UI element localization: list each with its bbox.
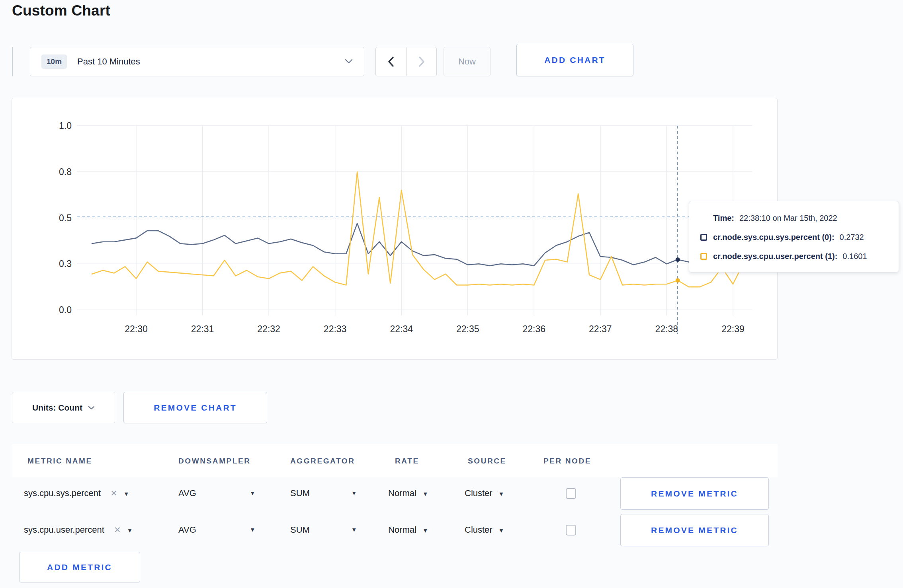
clear-metric-x-icon[interactable]: ✕ (114, 525, 121, 534)
per-node-checkbox[interactable] (566, 488, 576, 499)
hover-dot-0 (676, 257, 680, 262)
caret-down-icon: ▾ (500, 490, 503, 498)
col-header-source: SOURCE (468, 444, 506, 477)
timescale-divider (12, 47, 13, 76)
chevron-right-icon (418, 56, 425, 67)
rate-value: Normal (388, 525, 416, 535)
tooltip-time-row: Time: 22:38:10 on Mar 15th, 2022 (700, 211, 888, 225)
page-title: Custom Chart (12, 2, 110, 19)
chart-tooltip: Time: 22:38:10 on Mar 15th, 2022 cr.node… (689, 201, 899, 273)
chevron-down-icon (88, 406, 95, 410)
timescale-badge: 10m (41, 55, 67, 69)
y-axis-tick-label: 0.0 (59, 305, 72, 315)
x-axis-tick-label: 22:38 (655, 324, 678, 334)
caret-down-icon[interactable]: ▾ (352, 477, 356, 509)
x-axis-tick-label: 22:37 (589, 324, 612, 334)
x-axis-tick-label: 22:32 (257, 324, 280, 334)
hover-dot-1 (676, 278, 680, 282)
remove-metric-button[interactable]: REMOVE METRIC (620, 477, 769, 510)
source-value: Cluster (465, 488, 493, 498)
table-row: sys.cpu.sys.percent ✕ ▾ AVG ▾ SUM ▾ Norm… (12, 477, 778, 509)
source-select[interactable]: Cluster ▾ (465, 514, 503, 546)
rate-select[interactable]: Normal ▾ (388, 477, 427, 509)
table-row: sys.cpu.user.percent ✕ ▾ AVG ▾ SUM ▾ Nor… (12, 514, 778, 546)
y-axis-tick-label: 0.8 (59, 167, 72, 177)
x-axis-tick-label: 22:30 (125, 324, 148, 334)
metrics-table-header: METRIC NAME DOWNSAMPLER AGGREGATOR RATE … (12, 444, 778, 477)
tooltip-series-label: cr.node.sys.cpu.user.percent (1): (713, 252, 837, 261)
x-axis-tick-label: 22:31 (191, 324, 214, 334)
series-line-0 (92, 223, 744, 266)
next-range-button[interactable] (406, 47, 437, 76)
tooltip-time-value: 22:38:10 on Mar 15th, 2022 (739, 214, 837, 223)
source-value: Cluster (465, 525, 493, 535)
downsampler-select[interactable]: AVG (178, 514, 196, 546)
chart-card: 1.00.80.50.30.022:3022:3122:3222:3322:34… (12, 98, 778, 360)
source-select[interactable]: Cluster ▾ (465, 477, 503, 509)
units-dropdown[interactable]: Units: Count (12, 392, 115, 423)
y-axis-tick-label: 0.3 (59, 259, 72, 269)
now-button[interactable]: Now (444, 47, 491, 76)
tooltip-series-row: cr.node.sys.cpu.user.percent (1): 0.1601 (700, 249, 888, 263)
caret-down-icon[interactable]: ▾ (251, 514, 254, 546)
units-label: Units: Count (32, 403, 82, 413)
timescale-dropdown[interactable]: 10m Past 10 Minutes (30, 47, 364, 76)
x-axis-tick-label: 22:35 (456, 324, 479, 334)
metric-name-select[interactable]: sys.cpu.sys.percent ✕ ▾ (24, 477, 128, 509)
per-node-checkbox[interactable] (566, 525, 576, 535)
prev-range-button[interactable] (375, 47, 406, 76)
metric-name-value: sys.cpu.user.percent (24, 525, 104, 535)
tooltip-series-value: 0.2732 (840, 233, 864, 242)
col-header-rate: RATE (395, 444, 419, 477)
col-header-per-node: PER NODE (543, 444, 591, 477)
chevron-down-icon (345, 58, 353, 65)
aggregator-select[interactable]: SUM (290, 477, 310, 509)
series-line-1 (92, 172, 744, 287)
x-axis-tick-label: 22:39 (721, 324, 745, 334)
col-header-aggregator: AGGREGATOR (290, 444, 355, 477)
y-axis-tick-label: 0.5 (59, 213, 72, 223)
caret-down-icon[interactable]: ▾ (125, 490, 128, 498)
aggregator-select[interactable]: SUM (290, 514, 310, 546)
tooltip-time-label: Time: (713, 214, 734, 223)
downsampler-select[interactable]: AVG (178, 477, 196, 509)
x-axis-tick-label: 22:34 (390, 324, 413, 334)
tooltip-series-label: cr.node.sys.cpu.sys.percent (0): (713, 233, 835, 242)
col-header-metric-name: METRIC NAME (27, 444, 92, 477)
rate-value: Normal (388, 488, 416, 498)
x-axis-tick-label: 22:36 (523, 324, 546, 334)
series-swatch-icon (700, 234, 707, 241)
timescale-label: Past 10 Minutes (77, 56, 140, 67)
rate-select[interactable]: Normal ▾ (388, 514, 427, 546)
series-swatch-icon (700, 253, 707, 260)
y-axis-tick-label: 1.0 (59, 121, 72, 131)
remove-metric-button[interactable]: REMOVE METRIC (620, 514, 769, 546)
caret-down-icon: ▾ (424, 527, 427, 534)
metric-name-value: sys.cpu.sys.percent (24, 488, 101, 498)
chevron-left-icon (388, 56, 394, 67)
tooltip-series-row: cr.node.sys.cpu.sys.percent (0): 0.2732 (700, 230, 888, 244)
remove-chart-button[interactable]: REMOVE CHART (123, 392, 267, 423)
caret-down-icon: ▾ (500, 527, 503, 534)
clear-metric-x-icon[interactable]: ✕ (110, 489, 117, 498)
add-chart-button[interactable]: ADD CHART (516, 44, 633, 76)
metric-name-select[interactable]: sys.cpu.user.percent ✕ ▾ (24, 514, 131, 546)
x-axis-tick-label: 22:33 (324, 324, 347, 334)
add-metric-button[interactable]: ADD METRIC (19, 552, 140, 582)
caret-down-icon[interactable]: ▾ (352, 514, 356, 546)
time-range-nav (375, 47, 437, 76)
col-header-downsampler: DOWNSAMPLER (178, 444, 251, 477)
tooltip-series-value: 0.1601 (842, 252, 867, 261)
caret-down-icon[interactable]: ▾ (251, 477, 254, 509)
caret-down-icon[interactable]: ▾ (128, 527, 132, 534)
caret-down-icon: ▾ (424, 490, 427, 498)
chart-svg[interactable]: 1.00.80.50.30.022:3022:3122:3222:3322:34… (12, 98, 778, 360)
